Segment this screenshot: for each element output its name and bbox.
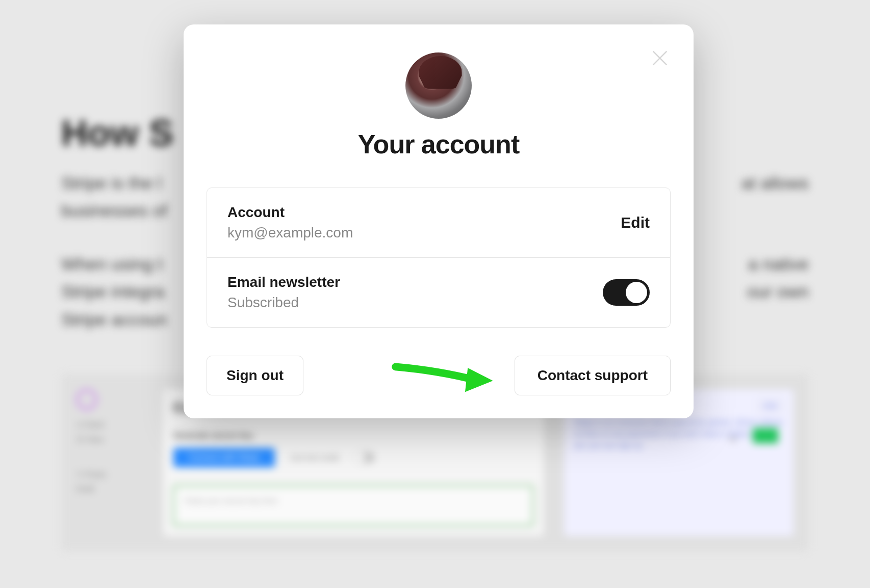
account-email: kym@example.com <box>227 225 353 241</box>
settings-box: Account kym@example.com Edit Email newsl… <box>207 188 671 328</box>
close-button[interactable] <box>648 46 672 70</box>
close-icon <box>650 48 670 68</box>
arrow-icon <box>390 361 497 396</box>
newsletter-label: Email newsletter <box>227 274 340 290</box>
avatar <box>405 52 472 119</box>
contact-support-button[interactable]: Contact support <box>515 356 671 395</box>
newsletter-status: Subscribed <box>227 295 340 311</box>
account-label: Account <box>227 204 353 221</box>
account-modal: Your account Account kym@example.com Edi… <box>184 24 694 418</box>
account-row: Account kym@example.com Edit <box>207 188 670 258</box>
modal-title: Your account <box>207 129 671 159</box>
button-row: Sign out Contact support <box>207 356 671 395</box>
newsletter-toggle[interactable] <box>603 279 650 306</box>
edit-account-button[interactable]: Edit <box>621 214 650 231</box>
signout-button[interactable]: Sign out <box>207 356 303 395</box>
newsletter-row: Email newsletter Subscribed <box>207 258 670 327</box>
toggle-knob <box>626 282 647 303</box>
arrow-annotation <box>390 361 497 398</box>
